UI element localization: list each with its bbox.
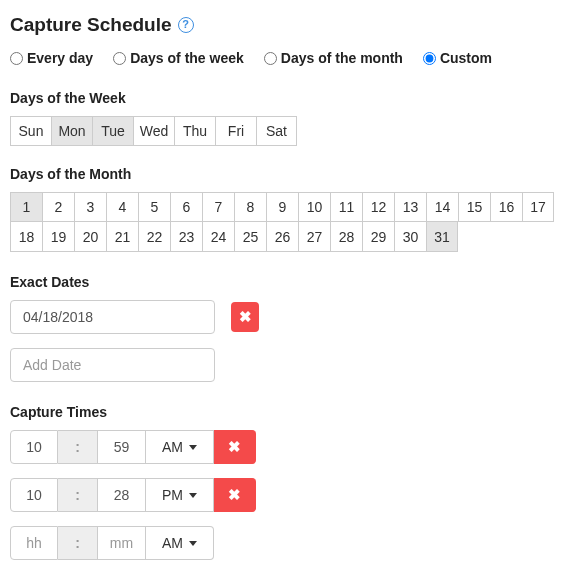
dow-cell-sat[interactable]: Sat [256, 116, 297, 146]
ampm-label: AM [162, 535, 183, 551]
dom-cell-26[interactable]: 26 [266, 222, 298, 252]
recurrence-radio-custom[interactable] [423, 52, 436, 65]
remove-date-button[interactable]: ✖ [231, 302, 259, 332]
dow-cell-wed[interactable]: Wed [133, 116, 174, 146]
dom-cell-21[interactable]: 21 [106, 222, 138, 252]
minute-input[interactable] [98, 431, 145, 463]
time-colon: : [58, 430, 98, 464]
dom-cell-20[interactable]: 20 [74, 222, 106, 252]
recurrence-option-custom[interactable]: Custom [423, 50, 492, 66]
dow-section-label: Days of the Week [10, 90, 568, 106]
add-date-input[interactable] [10, 348, 215, 382]
minute-input[interactable] [98, 479, 145, 511]
dom-cell-28[interactable]: 28 [330, 222, 362, 252]
dom-cell-9[interactable]: 9 [266, 192, 298, 222]
ampm-select[interactable]: AM [146, 430, 214, 464]
dow-grid: SunMonTueWedThuFriSat [10, 116, 568, 146]
dom-cell-19[interactable]: 19 [42, 222, 74, 252]
dom-cell-24[interactable]: 24 [202, 222, 234, 252]
recurrence-label: Days of the week [130, 50, 244, 66]
hour-input[interactable] [11, 527, 57, 559]
ampm-select[interactable]: AM [146, 526, 214, 560]
dom-cell-3[interactable]: 3 [74, 192, 106, 222]
dom-cell-31[interactable]: 31 [426, 222, 458, 252]
dom-cell-15[interactable]: 15 [458, 192, 490, 222]
page-header: Capture Schedule ? [10, 14, 568, 36]
recurrence-radio-dom[interactable] [264, 52, 277, 65]
remove-time-button[interactable]: ✖ [214, 430, 256, 464]
hour-input[interactable] [11, 479, 57, 511]
dom-cell-2[interactable]: 2 [42, 192, 74, 222]
dom-cell-10[interactable]: 10 [298, 192, 330, 222]
dom-cell-1[interactable]: 1 [10, 192, 42, 222]
recurrence-label: Custom [440, 50, 492, 66]
recurrence-option-dow[interactable]: Days of the week [113, 50, 244, 66]
exact-date-input[interactable] [10, 300, 215, 334]
help-icon[interactable]: ? [178, 17, 194, 33]
dom-cell-25[interactable]: 25 [234, 222, 266, 252]
exact-dates-section: ✖ [10, 300, 568, 382]
dom-cell-29[interactable]: 29 [362, 222, 394, 252]
dom-cell-7[interactable]: 7 [202, 192, 234, 222]
hour-input[interactable] [11, 431, 57, 463]
dom-cell-12[interactable]: 12 [362, 192, 394, 222]
ampm-label: PM [162, 487, 183, 503]
dow-cell-fri[interactable]: Fri [215, 116, 256, 146]
capture-times-label: Capture Times [10, 404, 568, 420]
dom-cell-14[interactable]: 14 [426, 192, 458, 222]
dow-cell-thu[interactable]: Thu [174, 116, 215, 146]
chevron-down-icon [189, 493, 197, 498]
dom-cell-11[interactable]: 11 [330, 192, 362, 222]
dow-cell-tue[interactable]: Tue [92, 116, 133, 146]
minute-input[interactable] [98, 527, 145, 559]
remove-time-button[interactable]: ✖ [214, 478, 256, 512]
dom-cell-8[interactable]: 8 [234, 192, 266, 222]
dom-cell-30[interactable]: 30 [394, 222, 426, 252]
chevron-down-icon [189, 541, 197, 546]
time-colon: : [58, 526, 98, 560]
dom-cell-22[interactable]: 22 [138, 222, 170, 252]
recurrence-radio-dow[interactable] [113, 52, 126, 65]
recurrence-radio-group: Every dayDays of the weekDays of the mon… [10, 50, 568, 66]
dom-cell-16[interactable]: 16 [490, 192, 522, 222]
ampm-label: AM [162, 439, 183, 455]
dom-cell-5[interactable]: 5 [138, 192, 170, 222]
dow-cell-sun[interactable]: Sun [10, 116, 51, 146]
dom-grid: 1234567891011121314151617181920212223242… [10, 192, 568, 252]
recurrence-option-dom[interactable]: Days of the month [264, 50, 403, 66]
time-colon: : [58, 478, 98, 512]
capture-time-row: :PM✖ [10, 478, 568, 512]
ampm-select[interactable]: PM [146, 478, 214, 512]
dom-cell-27[interactable]: 27 [298, 222, 330, 252]
recurrence-radio-every[interactable] [10, 52, 23, 65]
chevron-down-icon [189, 445, 197, 450]
dom-section-label: Days of the Month [10, 166, 568, 182]
capture-time-row: :AM [10, 526, 568, 560]
dow-cell-mon[interactable]: Mon [51, 116, 92, 146]
page-title: Capture Schedule [10, 14, 172, 36]
exact-dates-label: Exact Dates [10, 274, 568, 290]
capture-time-row: :AM✖ [10, 430, 568, 464]
recurrence-label: Every day [27, 50, 93, 66]
dom-cell-13[interactable]: 13 [394, 192, 426, 222]
dom-cell-18[interactable]: 18 [10, 222, 42, 252]
dom-cell-17[interactable]: 17 [522, 192, 554, 222]
dom-cell-4[interactable]: 4 [106, 192, 138, 222]
recurrence-label: Days of the month [281, 50, 403, 66]
exact-date-row: ✖ [10, 300, 568, 334]
recurrence-option-every[interactable]: Every day [10, 50, 93, 66]
capture-times-section: :AM✖:PM✖:AM [10, 430, 568, 560]
dom-cell-6[interactable]: 6 [170, 192, 202, 222]
dom-cell-23[interactable]: 23 [170, 222, 202, 252]
